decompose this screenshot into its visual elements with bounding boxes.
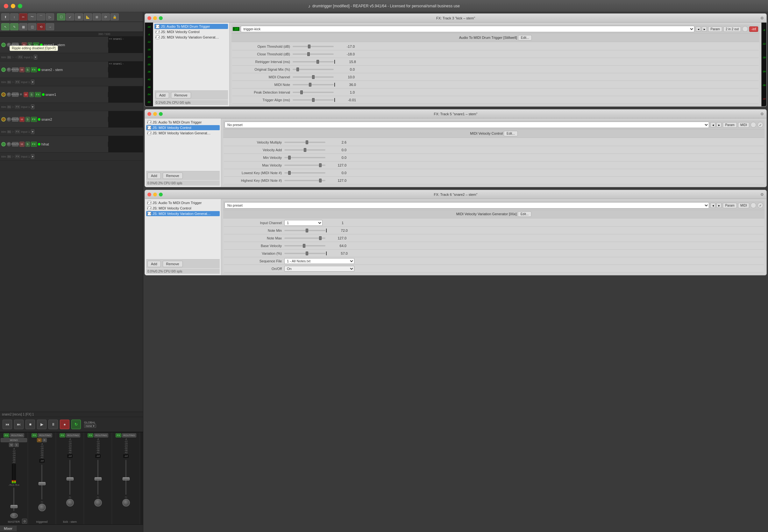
fx1-check-0[interactable]: ✓: [156, 25, 160, 28]
fx1-io-btn[interactable]: 2 in 2 out: [723, 26, 741, 32]
fx3-plugin-2[interactable]: ✓ JS: MIDI Velocity Variation Generat…: [146, 211, 220, 216]
play-button[interactable]: ▶: [37, 420, 46, 429]
toolbar2-btn-5[interactable]: →: [46, 23, 54, 30]
fx2-max-btn[interactable]: [159, 112, 163, 116]
toolbar2-btn-2[interactable]: ▦: [19, 23, 27, 30]
kick-stem-fader[interactable]: [65, 460, 75, 495]
toolbar-btn-6[interactable]: ☐: [57, 13, 65, 20]
param-original-mix-slider[interactable]: [293, 69, 334, 70]
mute-button-snare1[interactable]: M: [24, 92, 29, 97]
trig-fx-btn[interactable]: FX: [32, 433, 37, 437]
in-btn-3[interactable]: IN: [7, 105, 11, 109]
fx2-prev-preset[interactable]: ◂: [710, 122, 715, 127]
fx2-checkmark-btn[interactable]: ✓: [757, 122, 763, 128]
param-max-vel-slider[interactable]: [284, 165, 325, 166]
fx1-close-btn[interactable]: [147, 16, 151, 20]
fx3-plugin-1[interactable]: ✓ JS: MIDI Velocity Control: [146, 206, 220, 211]
fx3-midi-btn[interactable]: MIDI: [738, 203, 749, 208]
param-trigger-align-slider[interactable]: [293, 99, 334, 101]
master-fader[interactable]: [9, 487, 19, 511]
fx2-edit-btn[interactable]: Edit...: [504, 131, 518, 136]
trig-r-btn[interactable]: R: [42, 438, 47, 442]
in-btn-4[interactable]: IN: [7, 130, 11, 133]
fx2-settings-icon[interactable]: ⚙: [760, 112, 764, 116]
solo-button-2[interactable]: S: [25, 67, 30, 72]
record-button[interactable]: ●: [60, 420, 69, 429]
fx3-preset-select[interactable]: No preset: [224, 202, 709, 209]
master-routing-btn[interactable]: ROUTING: [10, 433, 24, 437]
fx3-prev-preset[interactable]: ◂: [710, 203, 715, 208]
fx1-param-btn[interactable]: Param: [708, 26, 722, 32]
fx1-minus-inf-right[interactable]: -inf: [749, 26, 758, 32]
toolbar-btn-10[interactable]: ⊞: [93, 13, 101, 20]
toolbar-btn-9[interactable]: 📐: [84, 13, 92, 20]
gear-icon-btn[interactable]: ⚙: [22, 519, 27, 524]
goto-start-button[interactable]: ⏮: [3, 420, 12, 429]
param-lowest-key-slider[interactable]: [284, 172, 325, 174]
fx3-check-2[interactable]: ✓: [147, 212, 151, 216]
fx3-learn-btn[interactable]: ◎: [750, 202, 756, 208]
param-on-off-select[interactable]: On Off: [284, 266, 354, 272]
kick-routing-btn[interactable]: ROUTING: [66, 433, 80, 437]
fx2-midi-btn[interactable]: MIDI: [738, 122, 749, 128]
fx3-max-btn[interactable]: [159, 193, 163, 196]
ch5-pan-knob[interactable]: [122, 499, 130, 507]
route-icon-2[interactable]: ROUTE: [12, 67, 18, 72]
maximize-button[interactable]: [18, 4, 22, 8]
fx3-min-btn[interactable]: [153, 193, 157, 196]
ch5-fx-btn[interactable]: FX: [116, 433, 121, 437]
fx1-learn-btn[interactable]: ◎: [742, 26, 748, 32]
param-base-velocity-slider[interactable]: [284, 245, 325, 246]
trig-routing-btn[interactable]: ROUTING: [38, 433, 52, 437]
param-note-max-slider[interactable]: [284, 238, 325, 239]
master-solo[interactable]: S: [14, 443, 18, 447]
fx3-edit-btn[interactable]: Edit...: [518, 211, 532, 217]
fx2-remove-btn[interactable]: Remove: [163, 173, 183, 179]
fx2-check-2[interactable]: ✓: [147, 131, 151, 135]
toolbar-btn-11[interactable]: ⟳: [102, 13, 110, 20]
global-dropdown[interactable]: none ▾: [84, 424, 96, 428]
param-input-channel-select[interactable]: 1: [284, 220, 323, 226]
fx-button-snare1[interactable]: FX: [35, 92, 41, 97]
mute-button-hihat[interactable]: M: [19, 142, 25, 147]
fx3-checkmark-btn[interactable]: ✓: [757, 202, 763, 208]
expand-btn-3[interactable]: ▾: [31, 104, 34, 109]
fader-handle[interactable]: [11, 505, 18, 508]
toolbar-btn-4[interactable]: ⌒: [37, 13, 45, 20]
fx2-preset-select[interactable]: No preset: [224, 122, 709, 128]
solo-button-snare2[interactable]: S: [25, 117, 30, 122]
fx2-next-preset[interactable]: ▸: [716, 122, 722, 127]
in-btn[interactable]: IN: [7, 56, 11, 59]
master-mute[interactable]: M: [9, 443, 14, 447]
close-button[interactable]: [4, 4, 8, 8]
fx1-check-2[interactable]: ✓: [156, 35, 160, 39]
fx1-next-preset[interactable]: ▸: [702, 26, 707, 32]
solo-button-snare1[interactable]: S: [29, 92, 34, 97]
fx2-plugin-2[interactable]: ✓ JS: MIDI Velocity Variation Generat…: [146, 131, 220, 136]
toolbar-btn-8[interactable]: ▦: [75, 13, 83, 20]
in-btn-5[interactable]: IN: [7, 155, 11, 158]
ch4-pan-knob[interactable]: [94, 499, 102, 507]
minimize-button[interactable]: [11, 4, 15, 8]
tab-mixer[interactable]: Mixer: [0, 526, 17, 531]
in-btn-2[interactable]: IN: [7, 81, 11, 84]
ch4-fx-btn[interactable]: FX: [88, 433, 93, 437]
param-highest-key-slider[interactable]: [284, 180, 325, 181]
fx1-min-btn[interactable]: [153, 16, 157, 20]
fx3-check-0[interactable]: ✓: [147, 201, 151, 205]
param-vel-add-slider[interactable]: [284, 149, 325, 151]
expand-btn-5[interactable]: ▾: [31, 154, 34, 159]
param-close-threshold-slider[interactable]: [293, 53, 334, 55]
fx-button-hihat[interactable]: FX: [31, 142, 37, 147]
volume-knob-snare1[interactable]: [7, 92, 11, 97]
pause-button[interactable]: ⏸: [48, 420, 58, 429]
ch5-fader[interactable]: [121, 460, 131, 495]
fx1-prev-preset[interactable]: ◂: [696, 26, 701, 32]
toolbar-btn-7[interactable]: ↙: [66, 13, 74, 20]
fx1-plugin-0[interactable]: ✓ JS: Audio To MIDI Drum Trigger: [154, 24, 228, 29]
fx1-remove-btn[interactable]: Remove: [171, 92, 191, 98]
fader-handle-4[interactable]: [95, 477, 102, 480]
expand-btn-2[interactable]: ▾: [31, 80, 34, 84]
ch4-routing-btn[interactable]: ROUTING: [94, 433, 108, 437]
toolbar-btn-12[interactable]: 🔒: [110, 13, 119, 20]
